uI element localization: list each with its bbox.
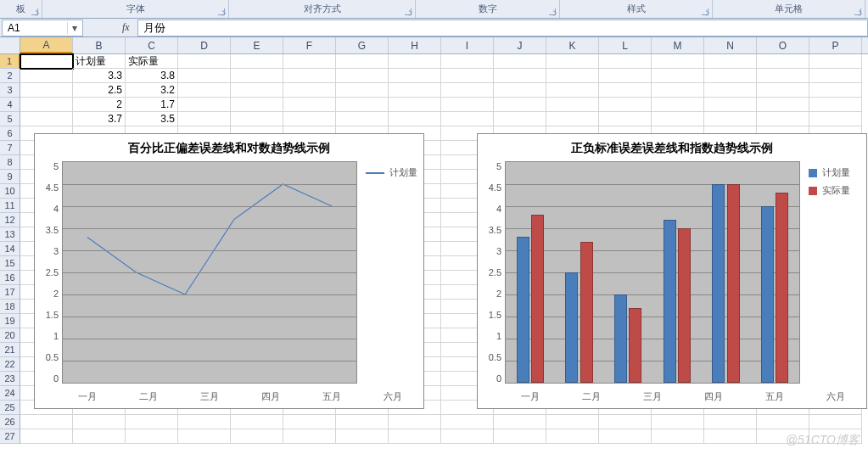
cell[interactable] (441, 54, 494, 69)
name-box[interactable]: ▾ (2, 20, 83, 36)
cell[interactable] (494, 54, 546, 69)
row-header[interactable]: 7 (0, 141, 20, 155)
cell[interactable] (599, 429, 652, 444)
cell[interactable] (283, 98, 336, 112)
cell[interactable]: 2 (73, 98, 126, 112)
cell[interactable] (231, 54, 283, 69)
cell[interactable]: 3.7 (73, 112, 126, 126)
cell[interactable] (494, 415, 546, 429)
cell[interactable]: 3.3 (73, 69, 126, 83)
cell[interactable] (809, 415, 862, 429)
cell[interactable]: 3.2 (126, 83, 178, 98)
row-header[interactable]: 17 (0, 285, 20, 300)
cell[interactable] (599, 54, 652, 69)
row-header[interactable]: 12 (0, 213, 20, 227)
fx-label[interactable]: fx (122, 21, 137, 34)
row-header[interactable]: 9 (0, 170, 20, 184)
cell[interactable] (652, 83, 704, 98)
cell[interactable]: 计划量 (73, 54, 126, 69)
cell[interactable] (389, 429, 441, 444)
column-header[interactable]: M (652, 37, 704, 53)
dialog-launcher-icon[interactable] (218, 8, 225, 15)
cell[interactable] (652, 54, 704, 69)
cell[interactable] (231, 112, 283, 126)
cell[interactable] (599, 69, 652, 83)
row-header[interactable]: 20 (0, 328, 20, 343)
cell[interactable] (389, 98, 441, 112)
cell[interactable] (231, 98, 283, 112)
cell[interactable] (441, 98, 494, 112)
cell[interactable] (494, 98, 546, 112)
cell[interactable] (178, 69, 231, 83)
cell[interactable] (704, 429, 757, 444)
cell[interactable] (441, 429, 494, 444)
cell[interactable] (704, 69, 757, 83)
cell[interactable] (757, 415, 809, 429)
column-header[interactable]: J (494, 37, 546, 53)
cell[interactable] (809, 69, 862, 83)
cell[interactable] (441, 83, 494, 98)
cell[interactable] (178, 98, 231, 112)
cell[interactable] (546, 83, 599, 98)
cell[interactable] (283, 415, 336, 429)
cell[interactable] (441, 69, 494, 83)
column-header[interactable]: K (546, 37, 599, 53)
column-header[interactable]: E (231, 37, 283, 53)
cell[interactable] (336, 54, 389, 69)
cell[interactable] (546, 98, 599, 112)
dialog-launcher-icon[interactable] (31, 8, 38, 15)
row-header[interactable]: 16 (0, 271, 20, 285)
cell[interactable] (704, 98, 757, 112)
column-header[interactable]: D (178, 37, 231, 53)
cell[interactable] (283, 69, 336, 83)
cell[interactable] (231, 83, 283, 98)
cell[interactable] (704, 54, 757, 69)
cell[interactable] (20, 83, 73, 98)
cell[interactable] (178, 83, 231, 98)
cell[interactable] (336, 83, 389, 98)
cell[interactable] (20, 69, 73, 83)
cell[interactable] (231, 69, 283, 83)
cell[interactable] (389, 83, 441, 98)
cell[interactable]: 实际量 (126, 54, 178, 69)
row-header[interactable]: 27 (0, 429, 20, 444)
row-header[interactable]: 5 (0, 112, 20, 126)
cell[interactable] (73, 429, 126, 444)
row-header[interactable]: 19 (0, 314, 20, 328)
row-header[interactable]: 6 (0, 126, 20, 141)
cell[interactable] (652, 112, 704, 126)
cell[interactable] (336, 415, 389, 429)
row-header[interactable]: 8 (0, 155, 20, 170)
cell[interactable] (809, 98, 862, 112)
cell[interactable] (652, 69, 704, 83)
row-header[interactable]: 3 (0, 83, 20, 98)
select-all-corner[interactable] (0, 37, 20, 53)
ribbon-group[interactable]: 板 (0, 0, 42, 18)
row-header[interactable]: 15 (0, 256, 20, 271)
cell[interactable] (757, 69, 809, 83)
cell[interactable] (336, 429, 389, 444)
ribbon-group[interactable]: 字体 (42, 0, 229, 18)
row-header[interactable]: 13 (0, 227, 20, 242)
row-header[interactable]: 18 (0, 300, 20, 314)
row-header[interactable]: 24 (0, 386, 20, 401)
cell[interactable] (20, 415, 73, 429)
row-header[interactable]: 22 (0, 357, 20, 372)
cell[interactable] (178, 429, 231, 444)
cell[interactable] (809, 83, 862, 98)
dialog-launcher-icon[interactable] (854, 8, 861, 15)
cell[interactable] (757, 54, 809, 69)
ribbon-group[interactable]: 样式 (560, 0, 713, 18)
cell[interactable] (283, 54, 336, 69)
cell[interactable] (599, 98, 652, 112)
cell[interactable] (652, 98, 704, 112)
column-header[interactable]: C (126, 37, 178, 53)
row-header[interactable]: 11 (0, 199, 20, 213)
column-header[interactable]: H (389, 37, 441, 53)
cell[interactable] (20, 112, 73, 126)
row-header[interactable]: 4 (0, 98, 20, 112)
name-box-dropdown[interactable]: ▾ (67, 22, 81, 34)
cell[interactable]: 3.5 (126, 112, 178, 126)
cell[interactable] (546, 69, 599, 83)
cell[interactable] (178, 112, 231, 126)
